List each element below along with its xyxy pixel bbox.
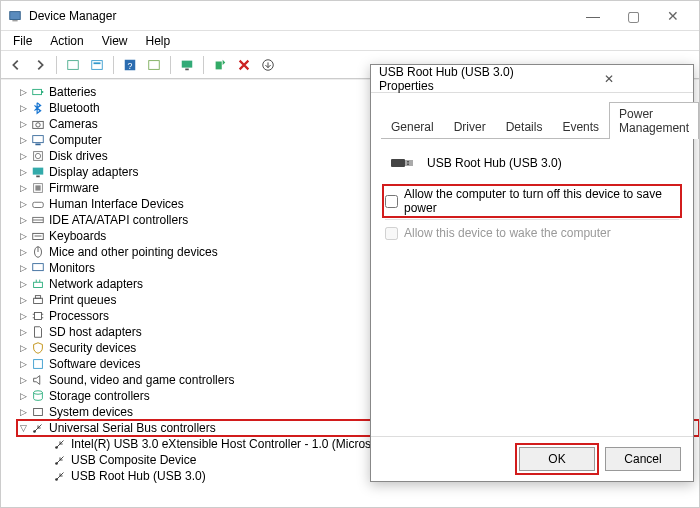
svg-rect-7 <box>149 60 160 69</box>
power-save-checkbox-row[interactable]: Allow the computer to turn off this devi… <box>385 187 679 215</box>
printer-icon <box>30 292 46 308</box>
tab-details[interactable]: Details <box>496 115 553 138</box>
svg-rect-21 <box>36 176 40 178</box>
forward-icon[interactable] <box>29 54 51 76</box>
tab-power-management[interactable]: Power Management <box>609 102 699 139</box>
tree-item-label: Firmware <box>49 180 99 196</box>
expand-icon[interactable]: ▷ <box>17 388 29 404</box>
expand-icon[interactable]: ▷ <box>17 116 29 132</box>
expand-icon[interactable]: ▷ <box>17 84 29 100</box>
tree-item-label: Security devices <box>49 340 136 356</box>
sd-icon <box>30 324 46 340</box>
battery-icon <box>30 84 46 100</box>
tab-events[interactable]: Events <box>552 115 609 138</box>
monitor-icon[interactable] <box>176 54 198 76</box>
minimize-button[interactable]: — <box>573 2 613 30</box>
svg-rect-8 <box>182 60 193 67</box>
expand-icon[interactable]: ▷ <box>17 356 29 372</box>
security-icon <box>30 340 46 356</box>
tree-item-label: Disk drives <box>49 148 108 164</box>
tree-item-label: Processors <box>49 308 109 324</box>
tree-item-label: Monitors <box>49 260 95 276</box>
expand-icon[interactable]: ▷ <box>17 212 29 228</box>
back-icon[interactable] <box>5 54 27 76</box>
svg-rect-12 <box>33 89 42 94</box>
expand-icon[interactable]: ▷ <box>17 340 29 356</box>
update-icon[interactable] <box>257 54 279 76</box>
monitor-icon <box>30 260 46 276</box>
expand-icon[interactable]: ▷ <box>17 100 29 116</box>
tree-item-label: IDE ATA/ATAPI controllers <box>49 212 188 228</box>
toolbar-icon-3[interactable] <box>143 54 165 76</box>
svg-rect-49 <box>391 159 405 167</box>
tab-driver[interactable]: Driver <box>444 115 496 138</box>
tree-item-label: Storage controllers <box>49 388 150 404</box>
expand-icon[interactable]: ▷ <box>17 292 29 308</box>
expand-icon[interactable]: ▷ <box>17 148 29 164</box>
tree-item-label: Computer <box>49 132 102 148</box>
expand-icon[interactable]: ▷ <box>17 244 29 260</box>
tab-general[interactable]: General <box>381 115 444 138</box>
uninstall-icon[interactable] <box>233 54 255 76</box>
tree-item-label: SD host adapters <box>49 324 142 340</box>
toolbar-icon-2[interactable] <box>86 54 108 76</box>
svg-rect-0 <box>10 11 21 19</box>
svg-rect-42 <box>34 360 43 369</box>
power-save-checkbox[interactable] <box>385 195 398 208</box>
cancel-button[interactable]: Cancel <box>605 447 681 471</box>
expand-icon[interactable]: ▷ <box>17 276 29 292</box>
expand-icon[interactable]: ▷ <box>17 196 29 212</box>
scan-icon[interactable] <box>209 54 231 76</box>
wake-label: Allow this device to wake the computer <box>404 226 611 240</box>
firmware-icon <box>30 180 46 196</box>
expand-icon[interactable]: ▷ <box>17 404 29 420</box>
expand-icon[interactable]: ▷ <box>17 180 29 196</box>
svg-text:?: ? <box>128 60 133 70</box>
keyboard-icon <box>30 228 46 244</box>
expand-icon[interactable]: ▷ <box>17 164 29 180</box>
svg-point-19 <box>35 153 40 158</box>
tree-item-label: Bluetooth <box>49 100 100 116</box>
tree-item-label: Software devices <box>49 356 140 372</box>
menu-file[interactable]: File <box>5 32 40 50</box>
menu-view[interactable]: View <box>94 32 136 50</box>
dialog-close-icon[interactable]: ✕ <box>532 67 685 91</box>
expand-icon[interactable]: ▷ <box>17 372 29 388</box>
help-icon[interactable]: ? <box>119 54 141 76</box>
ok-button[interactable]: OK <box>519 447 595 471</box>
power-save-label: Allow the computer to turn off this devi… <box>404 187 675 215</box>
app-icon <box>7 8 23 24</box>
expand-icon[interactable]: ▷ <box>17 132 29 148</box>
maximize-button[interactable]: ▢ <box>613 2 653 30</box>
svg-rect-1 <box>12 20 17 21</box>
properties-dialog: USB Root Hub (USB 3.0) Properties ✕ Gene… <box>370 64 694 482</box>
expand-icon[interactable]: ▷ <box>17 228 29 244</box>
svg-point-15 <box>36 123 40 127</box>
tree-item-label: Universal Serial Bus controllers <box>49 420 216 436</box>
tree-item-label: Network adapters <box>49 276 143 292</box>
tree-item-label: Keyboards <box>49 228 106 244</box>
svg-rect-10 <box>216 61 222 69</box>
close-button[interactable]: ✕ <box>653 2 693 30</box>
menu-action[interactable]: Action <box>42 32 91 50</box>
tree-item-label: Human Interface Devices <box>49 196 184 212</box>
toolbar-icon-1[interactable] <box>62 54 84 76</box>
tree-item-label: Print queues <box>49 292 116 308</box>
svg-rect-3 <box>92 60 103 69</box>
network-icon <box>30 276 46 292</box>
expand-icon[interactable]: ▷ <box>17 260 29 276</box>
tree-item-label: Cameras <box>49 116 98 132</box>
ide-icon <box>30 212 46 228</box>
collapse-icon[interactable]: ▽ <box>17 420 29 436</box>
svg-rect-51 <box>407 161 409 163</box>
expand-icon[interactable]: ▷ <box>17 308 29 324</box>
software-icon <box>30 356 46 372</box>
window-title: Device Manager <box>29 9 573 23</box>
mouse-icon <box>30 244 46 260</box>
svg-point-43 <box>34 391 43 395</box>
computer-icon <box>30 132 46 148</box>
expand-icon[interactable]: ▷ <box>17 324 29 340</box>
svg-rect-37 <box>35 313 42 320</box>
menu-help[interactable]: Help <box>138 32 179 50</box>
svg-rect-24 <box>33 202 44 207</box>
